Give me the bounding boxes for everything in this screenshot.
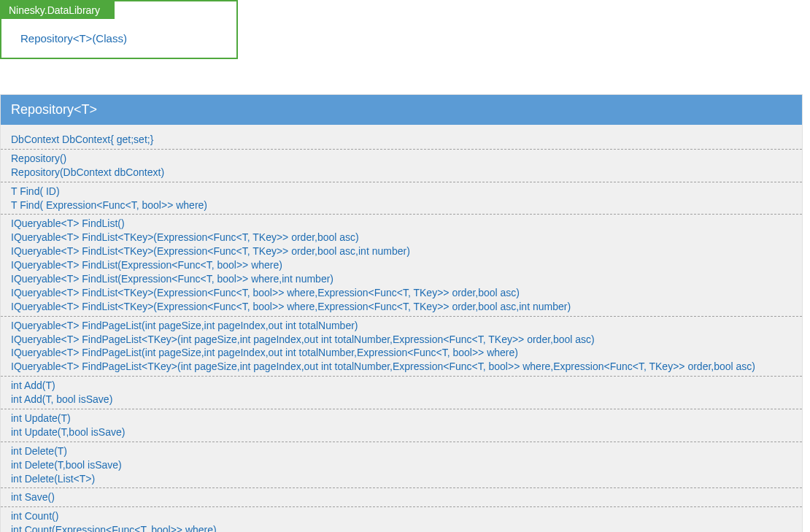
member-line: IQueryable<T> FindList(Expression<Func<T… [11,272,792,286]
member-line: IQueryable<T> FindList<TKey>(Expression<… [11,286,792,300]
member-line: int Delete(T,bool isSave) [11,458,792,472]
member-line: T Find( ID) [11,185,792,198]
member-line: int Count() [11,509,792,523]
namespace-title: Ninesky.DataLibrary [9,4,100,16]
member-group: IQueryable<T> FindPageList(int pageSize,… [1,316,802,377]
member-group: int Save() [1,487,802,506]
member-line: Repository(DbContext dbContext) [11,166,792,180]
member-line: IQueryable<T> FindPageList<TKey>(int pag… [11,333,792,347]
namespace-header: Ninesky.DataLibrary [1,1,115,19]
member-group: DbContext DbContext{ get;set;} [1,131,802,149]
namespace-class-link[interactable]: Repository<T>(Class) [20,32,127,45]
member-line: int Add(T) [11,379,792,393]
member-line: DbContext DbContext{ get;set;} [11,133,792,147]
member-group: Repository()Repository(DbContext dbConte… [1,149,802,182]
class-title: Repository<T> [11,102,97,117]
member-line: IQueryable<T> FindPageList(int pageSize,… [11,319,792,333]
member-group: int Update(T)int Update(T,bool isSave) [1,409,802,442]
namespace-box: Ninesky.DataLibrary Repository<T>(Class) [0,0,238,59]
member-line: int Add(T, bool isSave) [11,393,792,406]
class-body: DbContext DbContext{ get;set;}Repository… [1,125,802,532]
member-group: int Delete(T)int Delete(T,bool isSave)in… [1,442,802,488]
member-line: int Delete(T) [11,444,792,458]
member-line: IQueryable<T> FindList<TKey>(Expression<… [11,231,792,244]
class-detail-box: Repository<T> DbContext DbContext{ get;s… [0,94,803,532]
member-line: int Count(Expression<Func<T, bool>> wher… [11,523,792,532]
member-line: int Update(T,bool isSave) [11,425,792,439]
member-line: int Save() [11,490,792,504]
member-line: IQueryable<T> FindList() [11,217,792,231]
member-line: IQueryable<T> FindPageList<TKey>(int pag… [11,360,792,374]
namespace-body: Repository<T>(Class) [1,19,236,58]
class-detail-header: Repository<T> [1,95,802,125]
member-line: int Delete(List<T>) [11,472,792,486]
member-line: IQueryable<T> FindList<TKey>(Expression<… [11,300,792,314]
member-group: T Find( ID)T Find( Expression<Func<T, bo… [1,182,802,215]
member-line: T Find( Expression<Func<T, bool>> where) [11,198,792,212]
member-line: int Update(T) [11,412,792,425]
member-line: IQueryable<T> FindPageList(int pageSize,… [11,346,792,360]
member-line: IQueryable<T> FindList<TKey>(Expression<… [11,244,792,258]
member-line: IQueryable<T> FindList(Expression<Func<T… [11,258,792,272]
member-group: int Add(T)int Add(T, bool isSave) [1,376,802,409]
member-group: int Count()int Count(Expression<Func<T, … [1,506,802,532]
member-group: IQueryable<T> FindList()IQueryable<T> Fi… [1,214,802,315]
member-line: Repository() [11,152,792,166]
